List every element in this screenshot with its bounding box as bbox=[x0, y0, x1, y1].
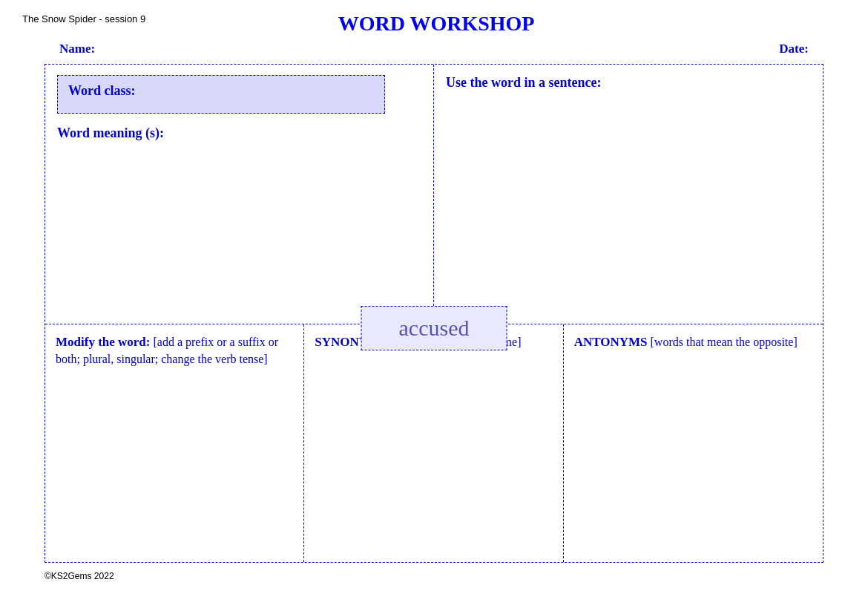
footer: ©KS2Gems 2022 bbox=[22, 569, 846, 582]
word-badge: accused bbox=[361, 306, 507, 350]
word-meaning-label: Word meaning (s): bbox=[57, 125, 421, 141]
word-class-box: Word class: bbox=[57, 75, 385, 114]
name-label: Name: bbox=[59, 42, 95, 56]
antonyms-panel: ANTONYMS [words that mean the opposite] bbox=[564, 324, 823, 562]
word-text: accused bbox=[399, 316, 470, 340]
top-bar: The Snow Spider - session 9 WORD WORKSHO… bbox=[22, 13, 846, 36]
left-panel: Word class: Word meaning (s): bbox=[45, 65, 434, 324]
top-row: Word class: Word meaning (s): Use the wo… bbox=[45, 65, 823, 324]
bottom-half: Modify the word: [add a prefix or a suff… bbox=[45, 324, 823, 562]
main-container: Word class: Word meaning (s): Use the wo… bbox=[45, 64, 823, 563]
page-title: WORD WORKSHOP bbox=[145, 12, 727, 36]
modify-panel: Modify the word: [add a prefix or a suff… bbox=[45, 324, 304, 562]
modify-bold: Modify the word: bbox=[56, 335, 150, 349]
page: The Snow Spider - session 9 WORD WORKSHO… bbox=[0, 0, 868, 614]
right-panel: Use the word in a sentence: bbox=[434, 65, 823, 324]
copyright: ©KS2Gems 2022 bbox=[45, 571, 114, 581]
word-class-label: Word class: bbox=[68, 83, 136, 98]
name-date-row: Name: Date: bbox=[22, 42, 846, 56]
antonyms-bold: ANTONYMS bbox=[574, 335, 648, 349]
use-sentence-label: Use the word in a sentence: bbox=[446, 75, 811, 91]
antonyms-rest: [words that mean the opposite] bbox=[648, 336, 798, 348]
date-label: Date: bbox=[779, 42, 809, 56]
antonyms-label: ANTONYMS [words that mean the opposite] bbox=[574, 333, 812, 351]
synonyms-panel: SYNONYMS [words that mean the same] bbox=[304, 324, 563, 562]
modify-label: Modify the word: [add a prefix or a suff… bbox=[56, 333, 293, 368]
session-label: The Snow Spider - session 9 bbox=[22, 13, 145, 25]
